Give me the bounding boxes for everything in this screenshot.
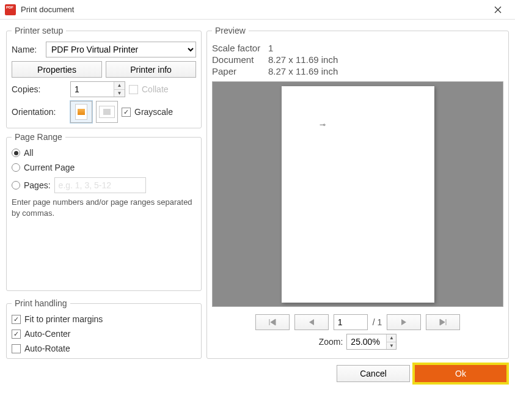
range-current-radio[interactable] [12, 163, 20, 172]
printer-name-select[interactable]: PDF Pro Virtual Printer [46, 42, 196, 57]
prev-page-icon [308, 319, 315, 326]
zoom-label: Zoom: [319, 337, 343, 347]
collate-checkbox [129, 85, 138, 94]
printer-info-button[interactable]: Printer info [106, 61, 196, 78]
preview-page: ⊸ [282, 86, 434, 303]
next-page-icon [400, 319, 407, 326]
fit-margins-checkbox[interactable] [12, 315, 21, 324]
window-title: Print document [21, 5, 486, 14]
grayscale-checkbox[interactable] [122, 108, 131, 117]
current-page-input[interactable] [334, 314, 368, 330]
document-size-value: 8.27 x 11.69 inch [268, 54, 338, 65]
next-page-button[interactable] [387, 314, 421, 330]
range-current-label: Current Page [24, 163, 75, 172]
auto-rotate-checkbox[interactable] [12, 344, 21, 353]
auto-center-checkbox[interactable] [12, 330, 21, 339]
close-icon [494, 6, 502, 13]
printer-setup-group: Printer setup Name: PDF Pro Virtual Prin… [6, 26, 202, 128]
paper-size-value: 8.27 x 11.69 inch [268, 66, 338, 76]
page-range-hint: Enter page numbers and/or page ranges se… [12, 197, 196, 218]
last-page-icon [439, 319, 447, 326]
zoom-down-icon[interactable]: ▼ [387, 342, 396, 350]
title-bar: Print document [0, 0, 515, 20]
portrait-icon [75, 104, 87, 120]
copies-up-icon[interactable]: ▲ [114, 82, 125, 90]
zoom-up-icon[interactable]: ▲ [387, 334, 396, 342]
page-total-label: / 1 [373, 317, 382, 327]
cancel-button[interactable]: Cancel [337, 365, 410, 382]
orientation-label: Orientation: [12, 107, 67, 117]
zoom-input[interactable] [347, 334, 386, 349]
auto-center-label: Auto-Center [24, 329, 70, 339]
preview-group: Preview Scale factor 1 Document 8.27 x 1… [206, 26, 509, 359]
paper-size-label: Paper [212, 66, 268, 76]
fit-margins-label: Fit to printer margins [24, 314, 103, 324]
close-button[interactable] [486, 1, 510, 18]
ok-button-highlight: Ok [412, 363, 509, 385]
pages-input[interactable] [54, 177, 146, 193]
page-range-group: Page Range All Current Page Pages: Enter… [6, 132, 202, 291]
landscape-icon [99, 106, 115, 118]
page-range-legend: Page Range [12, 132, 65, 142]
printer-name-label: Name: [12, 45, 42, 54]
document-size-label: Document [212, 54, 268, 65]
first-page-button[interactable] [255, 314, 290, 330]
range-all-label: All [24, 148, 34, 158]
preview-content-mark: ⊸ [320, 120, 326, 129]
range-all-radio[interactable] [12, 149, 20, 157]
last-page-button[interactable] [426, 314, 460, 330]
ok-button[interactable]: Ok [415, 365, 506, 382]
preview-canvas: ⊸ [212, 81, 503, 307]
printer-setup-legend: Printer setup [12, 26, 66, 35]
range-pages-label: Pages: [24, 180, 51, 190]
properties-button[interactable]: Properties [12, 61, 102, 78]
auto-rotate-label: Auto-Rotate [24, 344, 70, 353]
print-handling-legend: Print handling [12, 298, 70, 308]
copies-stepper[interactable]: ▲ ▼ [70, 81, 125, 97]
grayscale-label: Grayscale [134, 107, 173, 117]
print-handling-group: Print handling Fit to printer margins Au… [6, 298, 202, 359]
copies-down-icon[interactable]: ▼ [114, 90, 125, 97]
preview-legend: Preview [212, 26, 249, 35]
copies-input[interactable] [71, 82, 114, 97]
app-pdf-icon [5, 4, 16, 15]
prev-page-button[interactable] [294, 314, 329, 330]
orientation-portrait-button[interactable] [70, 101, 92, 123]
range-pages-radio[interactable] [12, 181, 20, 190]
copies-label: Copies: [12, 84, 67, 94]
orientation-landscape-button[interactable] [96, 101, 118, 123]
zoom-stepper[interactable]: ▲ ▼ [346, 334, 396, 350]
scale-factor-label: Scale factor [212, 43, 268, 53]
scale-factor-value: 1 [268, 43, 273, 53]
first-page-icon [268, 319, 277, 326]
collate-label: Collate [142, 84, 169, 94]
